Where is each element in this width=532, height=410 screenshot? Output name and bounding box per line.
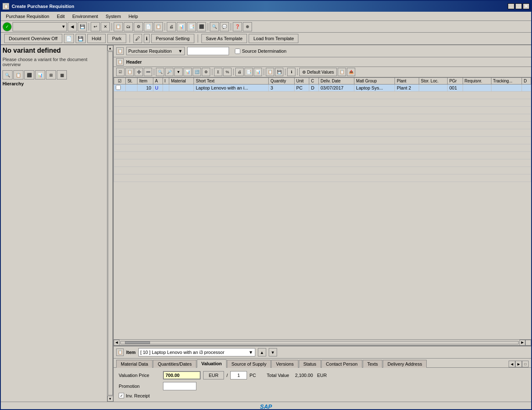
tab-nav-left[interactable]: ◀ xyxy=(509,361,515,367)
toolbar-undo-btn[interactable]: ↩ xyxy=(91,22,100,31)
grid-btn15[interactable]: 📋 xyxy=(266,68,274,76)
default-values-btn[interactable]: ⚙ Default Values xyxy=(299,68,337,76)
item-nav-up[interactable]: ▲ xyxy=(258,348,266,356)
grid-btn19[interactable]: 📤 xyxy=(347,68,355,76)
toolbar-btn7[interactable]: 📋 xyxy=(154,22,163,31)
table-row[interactable]: 10 U Laptop Lenovo with an i... 3 PC D 0… xyxy=(114,85,531,92)
table-row[interactable] xyxy=(114,167,531,174)
toolbar-btn4[interactable]: 🗂 xyxy=(124,22,133,31)
cell-checkbox[interactable] xyxy=(114,85,126,92)
load-template-btn[interactable]: Load from Template xyxy=(249,34,298,43)
menu-edit[interactable]: Edit xyxy=(53,13,68,20)
grid-btn16[interactable]: 💾 xyxy=(275,68,283,76)
table-row[interactable] xyxy=(114,99,531,107)
save-btn[interactable]: 💾 xyxy=(76,34,86,43)
toolbar-btn12[interactable]: 🔍 xyxy=(210,22,219,31)
table-row[interactable] xyxy=(114,152,531,159)
grid-btn11[interactable]: % xyxy=(223,68,232,76)
grid-btn17[interactable]: ℹ xyxy=(287,68,295,76)
table-row[interactable] xyxy=(114,114,531,122)
left-btn5[interactable]: ⊞ xyxy=(46,70,56,79)
pr-number-input[interactable] xyxy=(187,47,229,55)
tab-quantities-dates[interactable]: Quantities/Dates xyxy=(153,360,196,368)
item-nav-down[interactable]: ▼ xyxy=(269,348,277,356)
hscroll-left[interactable]: ◀ xyxy=(114,340,120,346)
tab-material-data[interactable]: Material Data xyxy=(116,360,153,368)
table-row[interactable] xyxy=(114,137,531,144)
hscroll-right[interactable]: ▶ xyxy=(519,340,525,346)
price-input[interactable] xyxy=(163,371,201,379)
left-scroll-up[interactable]: ▲ xyxy=(107,45,113,51)
toolbar-btn11[interactable]: ⬛ xyxy=(197,22,206,31)
doc-overview-btn[interactable]: Document Overview Off xyxy=(4,34,62,43)
hscroll-thumb[interactable] xyxy=(125,341,150,344)
grid-btn10[interactable]: Σ xyxy=(214,68,222,76)
grid-btn13[interactable]: 📑 xyxy=(244,68,253,76)
table-row[interactable] xyxy=(114,174,531,182)
minimize-button[interactable]: _ xyxy=(508,3,514,9)
toolbar-btn6[interactable]: 📄 xyxy=(144,22,153,31)
tab-contact-person[interactable]: Contact Person xyxy=(321,360,362,368)
toolbar-btn8[interactable]: 🖨 xyxy=(167,22,176,31)
toolbar-save-btn[interactable]: 💾 xyxy=(78,22,87,31)
table-row[interactable] xyxy=(114,159,531,167)
table-row[interactable] xyxy=(114,144,531,152)
tab-source-of-supply[interactable]: Source of Supply xyxy=(227,360,271,368)
tab-delivery-address[interactable]: Delivery Address xyxy=(383,360,427,368)
table-row[interactable] xyxy=(114,122,531,129)
maximize-button[interactable]: □ xyxy=(515,3,522,9)
toolbar-extra-btn[interactable]: ⊕ xyxy=(243,22,252,31)
edit-btn[interactable]: 🖊 xyxy=(133,34,142,43)
menu-system[interactable]: System xyxy=(102,13,125,20)
grid-btn6[interactable]: ▼ xyxy=(174,68,183,76)
info-btn[interactable]: ℹ xyxy=(144,34,150,43)
close-button[interactable]: ✕ xyxy=(523,3,529,9)
grid-btn3[interactable]: ➖ xyxy=(144,68,152,76)
left-btn4[interactable]: 📊 xyxy=(35,70,45,79)
tab-valuation[interactable]: Valuation xyxy=(197,359,227,368)
tab-status[interactable]: Status xyxy=(299,360,321,368)
item-dropdown[interactable]: [ 10 ] Laptop Lenovo with an i3 processo… xyxy=(138,348,255,356)
toolbar-help-btn[interactable]: ❓ xyxy=(233,22,242,31)
grid-btn18[interactable]: 📋 xyxy=(338,68,346,76)
toolbar-back-btn[interactable]: ◀ xyxy=(68,22,77,31)
hold-btn[interactable]: Hold xyxy=(87,34,106,43)
left-scroll-down[interactable]: ▼ xyxy=(107,396,113,402)
tab-texts[interactable]: Texts xyxy=(363,360,383,368)
inv-receipt-checkbox[interactable]: ✓ xyxy=(119,393,124,398)
left-btn2[interactable]: 📋 xyxy=(13,70,23,79)
grid-btn4[interactable]: 🔍 xyxy=(156,68,164,76)
new-doc-btn[interactable]: 📄 xyxy=(64,34,74,43)
toolbar-dropdown[interactable]: ▼ xyxy=(13,22,67,31)
toolbar-sap-icon[interactable]: ✓ xyxy=(3,22,12,31)
menu-help[interactable]: Help xyxy=(125,13,141,20)
grid-btn5[interactable]: 🔎 xyxy=(165,68,173,76)
left-btn6[interactable]: ▦ xyxy=(57,70,67,79)
tab-nav-max[interactable]: □ xyxy=(522,361,529,367)
toolbar-btn9[interactable]: 📊 xyxy=(177,22,186,31)
save-template-btn[interactable]: Save As Template xyxy=(201,34,247,43)
table-row[interactable] xyxy=(114,129,531,137)
toolbar-btn10[interactable]: 📑 xyxy=(187,22,196,31)
tab-nav-right[interactable]: ▶ xyxy=(515,361,522,367)
left-btn3[interactable]: ⬛ xyxy=(24,70,34,79)
grid-btn7[interactable]: 📊 xyxy=(183,68,192,76)
toolbar-btn13[interactable]: 💬 xyxy=(220,22,229,31)
park-btn[interactable]: Park xyxy=(107,34,126,43)
menu-purchase-requisition[interactable]: Purchase Requisition xyxy=(3,13,53,20)
left-btn1[interactable]: 🔍 xyxy=(3,70,13,79)
pr-type-dropdown[interactable]: Purchase Requisition ▼ xyxy=(126,47,185,55)
grid-btn-select[interactable]: ☑ xyxy=(116,68,125,76)
promotion-input[interactable] xyxy=(163,382,196,390)
grid-btn9[interactable]: ⚙ xyxy=(202,68,210,76)
source-det-checkbox[interactable] xyxy=(235,49,240,54)
grid-btn2[interactable]: ➕ xyxy=(135,68,143,76)
grid-btn8[interactable]: 🔣 xyxy=(193,68,201,76)
grid-btn1[interactable]: 📋 xyxy=(125,68,134,76)
personal-setting-btn[interactable]: Personal Setting xyxy=(151,34,194,43)
toolbar-btn3[interactable]: 📋 xyxy=(114,22,123,31)
grid-btn12[interactable]: 🖨 xyxy=(235,68,244,76)
table-row[interactable] xyxy=(114,92,531,99)
toolbar-btn5[interactable]: ⚙ xyxy=(134,22,143,31)
tab-versions[interactable]: Versions xyxy=(271,360,298,368)
